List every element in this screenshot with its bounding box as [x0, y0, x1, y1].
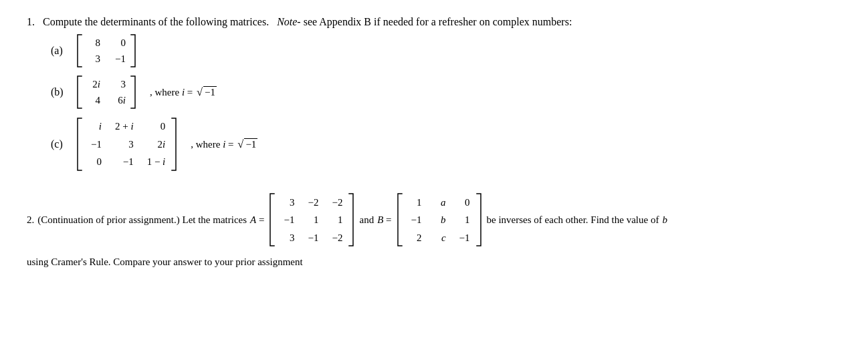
matrix-b-cells: 2i 3 4 6i [84, 75, 128, 110]
matrix-c: i 2 + i 0 −1 3 2i 0 −1 1 − i [75, 116, 179, 172]
problem-2-b-var: b [662, 209, 667, 231]
sub-label-b: (b) [51, 86, 70, 98]
sub-problem-a: (a) 8 0 3 −1 [51, 33, 841, 68]
bracket-right-B [474, 192, 483, 247]
bracket-left-B [395, 192, 405, 247]
sub-label-c: (c) [51, 138, 70, 150]
sqrt-c: √−1 [237, 138, 257, 151]
where-c: , where i = √−1 [191, 138, 257, 151]
where-b: , where i = √−1 [150, 85, 217, 99]
matrix-a-cells: 8 0 3 −1 [84, 34, 128, 68]
problem-2-a-label: A = [250, 209, 264, 231]
problem-2-intro: (Continuation of prior assignment.) Let … [37, 209, 247, 231]
bracket-left-a [75, 33, 84, 68]
problem-1-text: Compute the determinants of the followin… [43, 16, 841, 28]
bracket-right-c [169, 117, 179, 172]
matrix-B: 1 a 0 −1 b 1 2 c −1 [395, 192, 483, 248]
problem-2-end2: using Cramer's Rule. Compare your answer… [27, 251, 303, 273]
bracket-left-c [75, 117, 84, 172]
sub-problem-b: (b) 2i 3 4 6i , where i = √−1 [51, 75, 841, 110]
problem-1-number: 1. [27, 16, 40, 28]
matrix-a: 8 0 3 −1 [75, 33, 138, 68]
matrix-c-cells: i 2 + i 0 −1 3 2i 0 −1 1 − i [84, 116, 169, 172]
problem-2-b-label: B = [377, 209, 391, 231]
bracket-left-A [267, 192, 277, 247]
bracket-right-b [128, 75, 138, 110]
matrix-A: 3 −2 −2 −1 1 1 3 −1 −2 [267, 192, 356, 248]
problem-2-and: and [359, 209, 374, 231]
sub-problems: (a) 8 0 3 −1 (b) [51, 33, 841, 172]
bracket-left-b [75, 75, 84, 110]
problem-2-end: be inverses of each other. Find the valu… [487, 209, 659, 231]
problem-2: 2. (Continuation of prior assignment.) L… [27, 192, 841, 274]
bracket-right-A [346, 192, 356, 247]
sub-label-a: (a) [51, 45, 70, 57]
matrix-A-cells: 3 −2 −2 −1 1 1 3 −1 −2 [277, 192, 346, 248]
bracket-right-a [128, 33, 138, 68]
problem-1: 1. Compute the determinants of the follo… [27, 16, 841, 172]
problem-2-number: 2. [27, 209, 34, 231]
matrix-b: 2i 3 4 6i [75, 75, 138, 110]
sqrt-b: √−1 [197, 85, 217, 99]
problem-1-header: 1. Compute the determinants of the follo… [27, 16, 841, 28]
sub-problem-c: (c) i 2 + i 0 −1 3 2i 0 −1 1 − i [51, 116, 841, 172]
problem-2-content: 2. (Continuation of prior assignment.) L… [27, 192, 841, 274]
matrix-B-cells: 1 a 0 −1 b 1 2 c −1 [405, 192, 474, 248]
